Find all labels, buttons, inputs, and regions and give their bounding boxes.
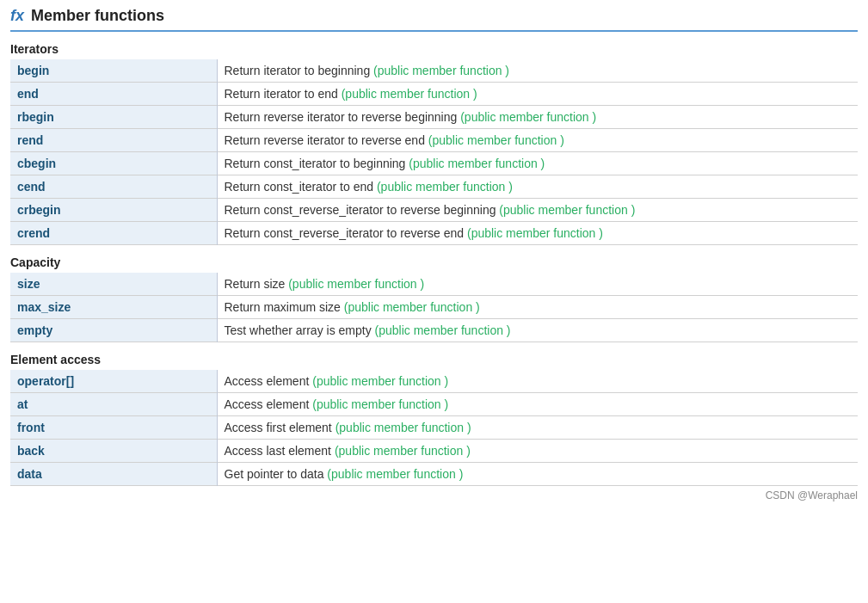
func-desc-cell: Return const_iterator to end (public mem… (217, 175, 858, 199)
table-row: beginReturn iterator to beginning (publi… (10, 59, 858, 83)
func-desc-text: Return size (225, 277, 289, 291)
func-desc-cell: Return iterator to end (public member fu… (217, 83, 858, 106)
func-name-cell[interactable]: crend (10, 222, 217, 245)
func-name-cell[interactable]: begin (10, 59, 217, 83)
table-row: emptyTest whether array is empty (public… (10, 319, 858, 342)
func-desc-cell: Access element (public member function ) (217, 393, 858, 416)
func-desc-text: Return reverse iterator to reverse end (225, 133, 428, 147)
func-name-cell[interactable]: crbegin (10, 199, 217, 222)
table-row: max_sizeReturn maximum size (public memb… (10, 296, 858, 319)
func-name-cell[interactable]: empty (10, 319, 217, 342)
func-name-cell[interactable]: back (10, 440, 217, 463)
func-name-cell[interactable]: data (10, 463, 217, 486)
table-row: operator[]Access element (public member … (10, 370, 858, 393)
func-desc-text: Return iterator to beginning (225, 64, 374, 77)
func-badge: (public member function ) (342, 87, 477, 101)
func-name-cell[interactable]: front (10, 416, 217, 440)
func-badge: (public member function ) (428, 133, 564, 147)
func-desc-cell: Return const_iterator to beginning (publ… (217, 152, 858, 175)
func-badge: (public member function ) (336, 421, 471, 434)
func-name-cell[interactable]: rend (10, 129, 217, 152)
func-desc-cell: Return maximum size (public member funct… (217, 296, 858, 319)
func-name-cell[interactable]: rbegin (10, 106, 217, 129)
func-badge: (public member function ) (312, 374, 448, 388)
func-desc-cell: Return const_reverse_iterator to reverse… (217, 199, 858, 222)
func-badge: (public member function ) (312, 397, 448, 411)
table-row: rbeginReturn reverse iterator to reverse… (10, 106, 858, 129)
table-row: rendReturn reverse iterator to reverse e… (10, 129, 858, 152)
func-desc-cell: Access first element (public member func… (217, 416, 858, 440)
func-badge: (public member function ) (409, 157, 545, 170)
func-badge: (public member function ) (344, 300, 480, 314)
func-desc-cell: Return reverse iterator to reverse end (… (217, 129, 858, 152)
func-badge: (public member function ) (467, 226, 603, 240)
watermark: CSDN @Weraphael (10, 489, 858, 501)
table-row: sizeReturn size (public member function … (10, 273, 858, 296)
table-row: cendReturn const_iterator to end (public… (10, 175, 858, 199)
section-header-2: Element access (10, 353, 858, 366)
section-table-2: operator[]Access element (public member … (10, 370, 858, 486)
func-desc-cell: Access element (public member function ) (217, 370, 858, 393)
func-name-cell[interactable]: size (10, 273, 217, 296)
func-desc-text: Test whether array is empty (225, 323, 375, 337)
func-badge: (public member function ) (460, 110, 596, 124)
func-badge: (public member function ) (327, 467, 463, 481)
table-row: atAccess element (public member function… (10, 393, 858, 416)
sections-container: IteratorsbeginReturn iterator to beginni… (10, 42, 858, 486)
func-name-cell[interactable]: max_size (10, 296, 217, 319)
func-desc-text: Return const_iterator to beginning (225, 157, 409, 170)
func-badge: (public member function ) (375, 323, 511, 337)
func-desc-text: Return iterator to end (225, 87, 342, 101)
title-bar: fx Member functions (10, 7, 858, 32)
func-desc-text: Return maximum size (225, 300, 344, 314)
func-desc-text: Access first element (225, 421, 336, 434)
func-name-cell[interactable]: at (10, 393, 217, 416)
table-row: cbeginReturn const_iterator to beginning… (10, 152, 858, 175)
func-desc-text: Return const_reverse_iterator to reverse… (225, 203, 500, 217)
func-desc-cell: Return const_reverse_iterator to reverse… (217, 222, 858, 245)
func-desc-cell: Access last element (public member funct… (217, 440, 858, 463)
table-row: dataGet pointer to data (public member f… (10, 463, 858, 486)
func-badge: (public member function ) (373, 64, 509, 77)
table-row: crbeginReturn const_reverse_iterator to … (10, 199, 858, 222)
section-table-0: beginReturn iterator to beginning (publi… (10, 59, 858, 245)
func-desc-cell: Test whether array is empty (public memb… (217, 319, 858, 342)
table-row: backAccess last element (public member f… (10, 440, 858, 463)
func-name-cell[interactable]: end (10, 83, 217, 106)
func-badge: (public member function ) (288, 277, 424, 291)
table-row: crendReturn const_reverse_iterator to re… (10, 222, 858, 245)
page-title: Member functions (31, 7, 164, 25)
func-desc-text: Access element (225, 374, 313, 388)
func-desc-cell: Return iterator to beginning (public mem… (217, 59, 858, 83)
func-desc-text: Return const_iterator to end (225, 180, 377, 194)
func-desc-cell: Get pointer to data (public member funct… (217, 463, 858, 486)
func-desc-text: Access last element (225, 444, 335, 458)
page-container: fx Member functions IteratorsbeginReturn… (0, 0, 868, 508)
func-name-cell[interactable]: operator[] (10, 370, 217, 393)
table-row: endReturn iterator to end (public member… (10, 83, 858, 106)
func-badge: (public member function ) (335, 444, 471, 458)
func-desc-cell: Return reverse iterator to reverse begin… (217, 106, 858, 129)
func-desc-text: Return reverse iterator to reverse begin… (225, 110, 461, 124)
section-header-0: Iterators (10, 42, 858, 56)
func-name-cell[interactable]: cend (10, 175, 217, 199)
section-header-1: Capacity (10, 255, 858, 269)
func-desc-text: Get pointer to data (225, 467, 328, 481)
func-badge: (public member function ) (499, 203, 635, 217)
table-row: frontAccess first element (public member… (10, 416, 858, 440)
func-name-cell[interactable]: cbegin (10, 152, 217, 175)
func-desc-cell: Return size (public member function ) (217, 273, 858, 296)
fx-icon: fx (10, 7, 24, 25)
func-desc-text: Return const_reverse_iterator to reverse… (225, 226, 467, 240)
func-desc-text: Access element (225, 397, 313, 411)
section-table-1: sizeReturn size (public member function … (10, 273, 858, 342)
func-badge: (public member function ) (377, 180, 513, 194)
